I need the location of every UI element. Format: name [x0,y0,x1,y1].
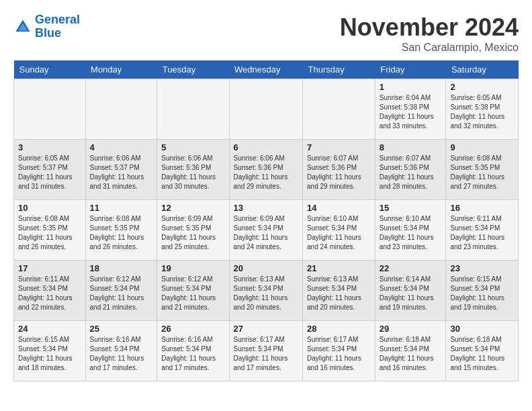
logo-line1: General [35,13,80,26]
day-info: Sunrise: 6:09 AM Sunset: 5:35 PM Dayligh… [161,214,224,252]
calendar-day-cell: 29Sunrise: 6:18 AM Sunset: 5:34 PM Dayli… [375,321,446,381]
calendar-week-row: 3Sunrise: 6:05 AM Sunset: 5:37 PM Daylig… [14,140,519,200]
day-info: Sunrise: 6:06 AM Sunset: 5:37 PM Dayligh… [90,154,153,191]
day-info: Sunrise: 6:13 AM Sunset: 5:34 PM Dayligh… [234,275,299,312]
weekday-header-cell: Sunday [14,60,86,79]
calendar-week-row: 10Sunrise: 6:08 AM Sunset: 5:35 PM Dayli… [14,200,519,261]
weekday-header-cell: Thursday [303,60,375,79]
weekday-header-cell: Saturday [446,60,519,79]
calendar-day-cell: 11Sunrise: 6:08 AM Sunset: 5:35 PM Dayli… [85,200,157,261]
calendar-week-row: 24Sunrise: 6:15 AM Sunset: 5:34 PM Dayli… [14,321,519,381]
weekday-header-cell: Monday [85,60,157,79]
calendar-day-cell: 12Sunrise: 6:09 AM Sunset: 5:35 PM Dayli… [157,200,229,261]
calendar-day-cell: 6Sunrise: 6:06 AM Sunset: 5:36 PM Daylig… [229,140,303,200]
calendar-day-cell: 28Sunrise: 6:17 AM Sunset: 5:34 PM Dayli… [303,321,375,381]
day-info: Sunrise: 6:06 AM Sunset: 5:36 PM Dayligh… [234,154,299,191]
calendar-day-cell: 16Sunrise: 6:11 AM Sunset: 5:34 PM Dayli… [446,200,519,261]
day-number: 13 [234,203,299,213]
day-info: Sunrise: 6:07 AM Sunset: 5:36 PM Dayligh… [380,154,442,191]
day-info: Sunrise: 6:16 AM Sunset: 5:34 PM Dayligh… [90,335,153,373]
calendar-day-cell: 20Sunrise: 6:13 AM Sunset: 5:34 PM Dayli… [229,261,303,321]
calendar-day-cell: 15Sunrise: 6:10 AM Sunset: 5:34 PM Dayli… [375,200,446,261]
calendar-week-row: 17Sunrise: 6:11 AM Sunset: 5:34 PM Dayli… [14,261,519,321]
day-number: 18 [90,263,153,273]
day-number: 7 [307,142,371,152]
day-number: 3 [18,142,81,152]
page-header: General Blue November 2024 San Caralampi… [13,13,519,54]
month-title: November 2024 [340,13,519,42]
day-info: Sunrise: 6:11 AM Sunset: 5:34 PM Dayligh… [450,214,514,252]
day-number: 19 [161,263,224,273]
day-number: 29 [380,324,442,334]
day-number: 17 [18,263,81,273]
day-number: 15 [380,203,442,213]
day-info: Sunrise: 6:08 AM Sunset: 5:35 PM Dayligh… [450,154,514,191]
logo-text: General Blue [35,13,80,40]
calendar-day-cell: 10Sunrise: 6:08 AM Sunset: 5:35 PM Dayli… [14,200,86,261]
calendar-day-cell: 7Sunrise: 6:07 AM Sunset: 5:36 PM Daylig… [303,140,375,200]
day-info: Sunrise: 6:05 AM Sunset: 5:37 PM Dayligh… [18,154,81,191]
day-number: 22 [380,263,442,273]
location: San Caralampio, Mexico [340,42,519,54]
calendar-day-cell: 8Sunrise: 6:07 AM Sunset: 5:36 PM Daylig… [375,140,446,200]
calendar-day-cell [229,79,303,140]
calendar-table: SundayMondayTuesdayWednesdayThursdayFrid… [13,60,519,381]
day-info: Sunrise: 6:12 AM Sunset: 5:34 PM Dayligh… [90,275,153,312]
day-number: 8 [380,142,442,152]
calendar-body: 1Sunrise: 6:04 AM Sunset: 5:38 PM Daylig… [14,79,519,381]
day-number: 11 [90,203,153,213]
day-number: 20 [234,263,299,273]
calendar-day-cell: 19Sunrise: 6:12 AM Sunset: 5:34 PM Dayli… [157,261,229,321]
day-info: Sunrise: 6:11 AM Sunset: 5:34 PM Dayligh… [18,275,81,312]
calendar-day-cell [157,79,229,140]
calendar-day-cell [303,79,375,140]
day-info: Sunrise: 6:16 AM Sunset: 5:34 PM Dayligh… [161,335,224,373]
calendar-day-cell: 9Sunrise: 6:08 AM Sunset: 5:35 PM Daylig… [446,140,519,200]
day-info: Sunrise: 6:18 AM Sunset: 5:34 PM Dayligh… [380,335,442,373]
day-info: Sunrise: 6:14 AM Sunset: 5:34 PM Dayligh… [380,275,442,312]
day-number: 16 [450,203,514,213]
day-number: 1 [380,82,442,92]
day-info: Sunrise: 6:10 AM Sunset: 5:34 PM Dayligh… [307,214,371,252]
logo-icon [13,17,32,36]
day-number: 27 [234,324,299,334]
calendar-day-cell: 1Sunrise: 6:04 AM Sunset: 5:38 PM Daylig… [375,79,446,140]
day-number: 14 [307,203,371,213]
day-number: 9 [450,142,514,152]
day-number: 24 [18,324,81,334]
calendar-day-cell [14,79,86,140]
calendar-day-cell: 2Sunrise: 6:05 AM Sunset: 5:38 PM Daylig… [446,79,519,140]
weekday-header-cell: Friday [375,60,446,79]
day-number: 4 [90,142,153,152]
day-info: Sunrise: 6:07 AM Sunset: 5:36 PM Dayligh… [307,154,371,191]
calendar-day-cell: 14Sunrise: 6:10 AM Sunset: 5:34 PM Dayli… [303,200,375,261]
weekday-header-cell: Wednesday [229,60,303,79]
day-number: 30 [450,324,514,334]
calendar-day-cell: 24Sunrise: 6:15 AM Sunset: 5:34 PM Dayli… [14,321,86,381]
calendar-day-cell: 21Sunrise: 6:13 AM Sunset: 5:34 PM Dayli… [303,261,375,321]
day-number: 5 [161,142,224,152]
calendar-week-row: 1Sunrise: 6:04 AM Sunset: 5:38 PM Daylig… [14,79,519,140]
day-info: Sunrise: 6:18 AM Sunset: 5:34 PM Dayligh… [450,335,514,373]
day-number: 23 [450,263,514,273]
day-info: Sunrise: 6:08 AM Sunset: 5:35 PM Dayligh… [90,214,153,252]
weekday-header-cell: Tuesday [157,60,229,79]
calendar-day-cell: 18Sunrise: 6:12 AM Sunset: 5:34 PM Dayli… [85,261,157,321]
day-info: Sunrise: 6:05 AM Sunset: 5:38 PM Dayligh… [450,93,514,131]
calendar-day-cell [85,79,157,140]
calendar-day-cell: 27Sunrise: 6:17 AM Sunset: 5:34 PM Dayli… [229,321,303,381]
day-number: 25 [90,324,153,334]
calendar-day-cell: 13Sunrise: 6:09 AM Sunset: 5:34 PM Dayli… [229,200,303,261]
calendar-day-cell: 5Sunrise: 6:06 AM Sunset: 5:36 PM Daylig… [157,140,229,200]
calendar-day-cell: 17Sunrise: 6:11 AM Sunset: 5:34 PM Dayli… [14,261,86,321]
calendar-day-cell: 26Sunrise: 6:16 AM Sunset: 5:34 PM Dayli… [157,321,229,381]
title-block: November 2024 San Caralampio, Mexico [340,13,519,54]
day-number: 28 [307,324,371,334]
calendar-day-cell: 22Sunrise: 6:14 AM Sunset: 5:34 PM Dayli… [375,261,446,321]
day-info: Sunrise: 6:17 AM Sunset: 5:34 PM Dayligh… [307,335,371,373]
day-info: Sunrise: 6:10 AM Sunset: 5:34 PM Dayligh… [380,214,442,252]
day-info: Sunrise: 6:08 AM Sunset: 5:35 PM Dayligh… [18,214,81,252]
day-info: Sunrise: 6:12 AM Sunset: 5:34 PM Dayligh… [161,275,224,312]
calendar-day-cell: 25Sunrise: 6:16 AM Sunset: 5:34 PM Dayli… [85,321,157,381]
day-info: Sunrise: 6:04 AM Sunset: 5:38 PM Dayligh… [380,93,442,131]
